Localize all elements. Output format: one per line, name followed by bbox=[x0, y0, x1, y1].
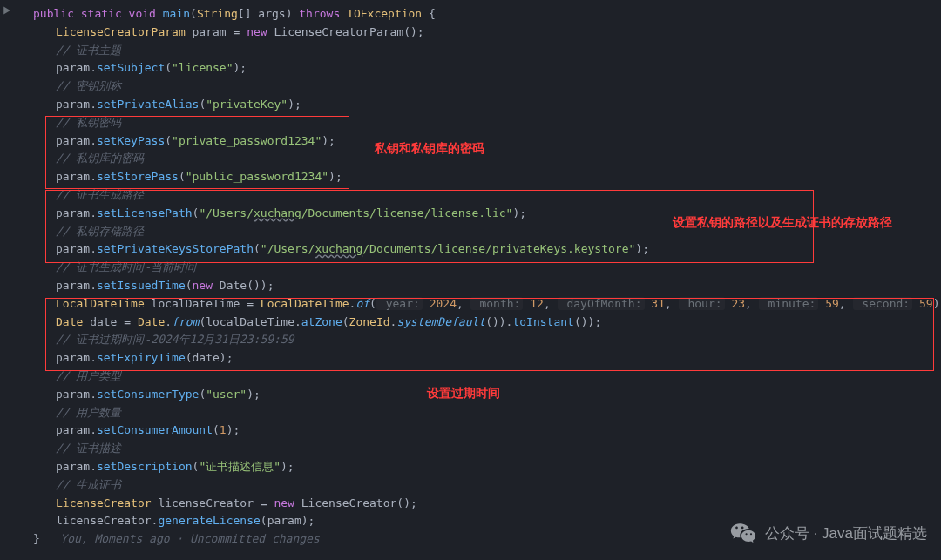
svg-marker-0 bbox=[3, 7, 10, 15]
code-line: param.setDescription("证书描述信息"); bbox=[17, 458, 941, 476]
code-editor[interactable]: public static void main(String[] args) t… bbox=[0, 0, 941, 554]
code-line: param.setKeyPass("private_password1234")… bbox=[17, 132, 941, 151]
code-line: param.setLicensePath("/Users/xuchang/Doc… bbox=[17, 205, 941, 223]
code-line: Date date = Date.from(localDateTime.atZo… bbox=[17, 314, 941, 332]
play-gutter-icon[interactable] bbox=[2, 5, 12, 16]
code-comment: // 私钥密码 bbox=[17, 114, 941, 132]
code-line: param.setConsumerType("user"); bbox=[17, 386, 941, 404]
code-line: licenseCreator.generateLicense(param); bbox=[17, 512, 941, 530]
code-comment: // 证书描述 bbox=[17, 440, 941, 458]
code-line: param.setStorePass("public_password1234"… bbox=[17, 168, 941, 186]
code-line: param.setIssuedTime(new Date()); bbox=[17, 277, 941, 295]
code-comment: // 证书主题 bbox=[17, 42, 941, 60]
code-line: LicenseCreatorParam param = new LicenseC… bbox=[17, 24, 941, 42]
code-line: LicenseCreator licenseCreator = new Lice… bbox=[17, 495, 941, 513]
git-blame-inline: You, Moments ago · Uncommitted changes bbox=[60, 532, 319, 545]
code-comment: // 私钥库的密码 bbox=[17, 150, 941, 168]
code-comment: // 证书生成时间-当前时间 bbox=[17, 259, 941, 277]
code-line: param.setPrivateKeysStorePath("/Users/xu… bbox=[17, 240, 941, 259]
code-line: param.setExpiryTime(date); bbox=[17, 349, 941, 368]
code-comment: // 私钥存储路径 bbox=[17, 223, 941, 241]
code-line: } You, Moments ago · Uncommitted changes bbox=[17, 530, 941, 549]
code-comment: // 密钥别称 bbox=[17, 78, 941, 96]
code-line: param.setPrivateAlias("privateKey"); bbox=[17, 96, 941, 114]
code-line: public static void main(String[] args) t… bbox=[17, 5, 941, 24]
code-comment: // 用户类型 bbox=[17, 368, 941, 386]
code-comment: // 生成证书 bbox=[17, 476, 941, 495]
code-line: param.setConsumerAmount(1); bbox=[17, 422, 941, 440]
code-line: param.setSubject("license"); bbox=[17, 59, 941, 78]
code-line: LocalDateTime localDateTime = LocalDateT… bbox=[17, 295, 941, 314]
code-comment: // 证书生成路径 bbox=[17, 186, 941, 205]
code-comment: // 用户数量 bbox=[17, 404, 941, 422]
code-comment: // 证书过期时间-2024年12月31日23:59:59 bbox=[17, 331, 941, 349]
